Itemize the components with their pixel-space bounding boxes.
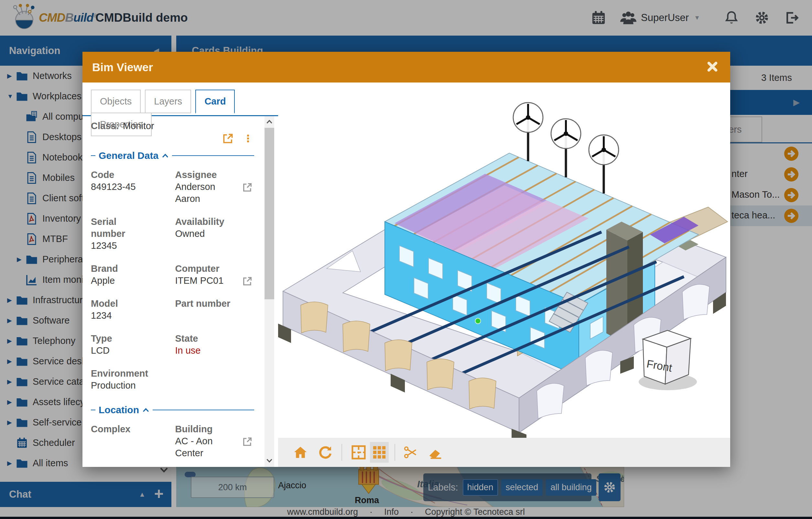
refresh-button[interactable]: [316, 442, 335, 463]
modal-title: Bim Viewer: [92, 52, 153, 83]
field-label: Assignee: [175, 169, 236, 181]
bim-viewer-modal: Bim Viewer ObjectsLayersCardProperties C…: [83, 52, 730, 467]
card-field: State In use: [175, 333, 255, 357]
field-label: Type: [91, 333, 151, 345]
bim-tab[interactable]: Card: [195, 90, 235, 114]
general-data-fields: Code 849123-45 Assignee Anderson Aaron S…: [91, 169, 254, 391]
card-field: Environment Production: [91, 367, 170, 391]
card-field: Model 1234: [91, 298, 170, 322]
class-row: Class:Monitor: [91, 121, 254, 131]
field-label: Availability: [175, 216, 236, 228]
external-link-icon[interactable]: [242, 436, 253, 447]
field-label: Building: [175, 423, 236, 435]
card-actions: [91, 131, 254, 146]
bim-tab[interactable]: Objects: [91, 90, 141, 113]
card-field: Complex: [91, 423, 170, 459]
open-card-icon[interactable]: [222, 132, 234, 145]
field-value: Owned: [175, 228, 236, 240]
building-model: Front: [278, 83, 730, 438]
section-general-data[interactable]: General Data: [91, 150, 254, 161]
external-link-icon[interactable]: [242, 276, 253, 287]
field-value: ITEM PC01: [175, 275, 236, 287]
field-value: LCD: [91, 345, 151, 357]
bim-tab[interactable]: Layers: [145, 90, 191, 113]
card-field: Computer ITEM PC01: [175, 263, 255, 287]
field-value: Production: [91, 380, 151, 391]
field-value: 849123-45: [91, 181, 151, 193]
section-location[interactable]: Location: [91, 405, 254, 415]
field-value: 1234: [91, 310, 151, 322]
card-field: Part number: [175, 298, 255, 322]
card-field: Building AC - Aon Center: [175, 423, 255, 459]
home-icon: [293, 445, 308, 460]
screen: CMDBuild® CMDBuild demo SuperUser ▼ Navi…: [0, 0, 812, 519]
scissors-icon: [403, 445, 418, 460]
field-label: Complex: [91, 423, 151, 435]
field-label: Environment: [91, 367, 151, 380]
card-scrollbar[interactable]: [264, 116, 274, 467]
scroll-down-icon[interactable]: [264, 455, 274, 466]
window-bottom-edge: [0, 517, 812, 519]
grid-button[interactable]: [370, 442, 389, 463]
external-link-icon[interactable]: [242, 182, 253, 193]
card-field: Type LCD: [91, 333, 170, 357]
class-value: Monitor: [123, 121, 154, 131]
refresh-icon: [318, 445, 332, 460]
collapse-section-icon[interactable]: [142, 408, 149, 412]
field-label: State: [175, 333, 236, 345]
field-label: Model: [91, 298, 151, 310]
floorplan-button[interactable]: [349, 442, 368, 463]
section-title: General Data: [98, 150, 158, 161]
kebab-menu-icon[interactable]: [243, 132, 253, 145]
home-button[interactable]: [291, 442, 310, 463]
floorplan-icon: [351, 445, 366, 460]
card-field: Brand Apple: [91, 263, 170, 287]
field-value: [91, 435, 151, 447]
collapse-section-icon[interactable]: [162, 153, 169, 158]
field-value: AC - Aon Center: [175, 435, 236, 459]
field-value: In use: [175, 345, 236, 357]
eraser-icon: [428, 445, 443, 460]
field-label: Computer: [175, 263, 236, 275]
location-fields: Complex Building AC - Aon Center Floor F…: [91, 423, 254, 467]
modal-body: ObjectsLayersCardProperties Class:Monito…: [83, 83, 730, 467]
bim-tabs: ObjectsLayersCardProperties: [83, 83, 278, 116]
modal-header[interactable]: Bim Viewer: [83, 52, 730, 83]
grid-icon: [372, 445, 387, 460]
section-title: Location: [98, 405, 139, 415]
field-label: Part number: [175, 298, 236, 310]
toolbar-divider: [395, 444, 395, 461]
field-value: [175, 310, 236, 322]
card-field: Assignee Anderson Aaron: [175, 169, 255, 205]
cut-button[interactable]: [401, 442, 420, 463]
field-label: Code: [91, 169, 151, 181]
card-panel: ObjectsLayersCardProperties Class:Monito…: [83, 83, 278, 467]
card-field: Serial number 12345: [91, 216, 170, 252]
field-value: Apple: [91, 275, 151, 287]
field-value: Anderson Aaron: [175, 181, 236, 205]
scrollbar-thumb[interactable]: [264, 128, 274, 299]
eraser-button[interactable]: [426, 442, 445, 463]
scroll-up-icon[interactable]: [264, 116, 274, 127]
field-label: Serial number: [91, 216, 151, 240]
selected-object-marker: [475, 319, 481, 324]
close-icon[interactable]: [705, 60, 719, 74]
front-navigation-cube: Front: [639, 330, 697, 390]
card-content: Class:Monitor General Data: [83, 116, 278, 467]
field-label: Brand: [91, 263, 151, 275]
toolbar-divider: [342, 444, 342, 461]
field-value: 12345: [91, 240, 151, 252]
bim-3d-viewer[interactable]: Front: [278, 83, 730, 467]
viewer-toolbar: [278, 438, 730, 467]
card-field: Code 849123-45: [91, 169, 170, 205]
class-label: Class:: [91, 121, 119, 131]
card-field: Availability Owned: [175, 216, 255, 252]
